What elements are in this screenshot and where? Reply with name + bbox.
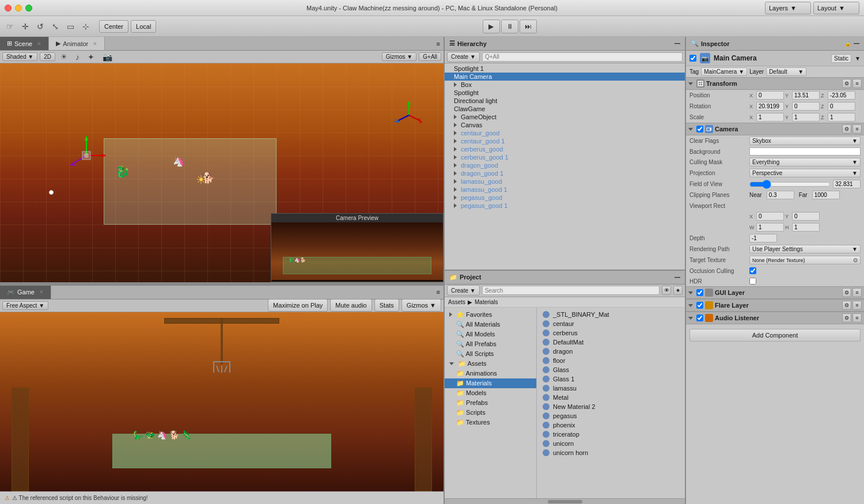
hierarchy-item-cerberus-good-1[interactable]: cerberus_good 1 xyxy=(445,153,685,161)
scale-z-input[interactable] xyxy=(828,113,855,122)
center-button[interactable]: Center xyxy=(99,20,128,33)
project-scrollbar[interactable] xyxy=(445,498,685,504)
rotation-z-input[interactable] xyxy=(828,102,855,111)
asset-item-metal[interactable]: Metal xyxy=(539,393,683,402)
asset-item-unicornhorn[interactable]: unicorn horn xyxy=(539,448,683,457)
scene-viewport[interactable]: Y X Z 🐉 🦄 🐕 xyxy=(0,63,444,282)
rotation-y-input[interactable] xyxy=(792,102,820,111)
project-tree-scripts[interactable]: 📁 Scripts xyxy=(445,408,536,418)
fov-slider[interactable] xyxy=(749,181,831,187)
hierarchy-create-button[interactable]: Create ▼ xyxy=(447,52,480,62)
flarelayer-settings-btn[interactable]: ⚙ xyxy=(842,301,851,310)
project-search-input[interactable] xyxy=(482,286,660,295)
project-tree-allmodels[interactable]: 🔍 All Models xyxy=(445,329,536,339)
targettexture-dropdown[interactable]: None (Render Texture) ⊙ xyxy=(749,256,861,264)
camera-component-header[interactable]: Camera ⚙ ≡ xyxy=(686,123,864,135)
background-color-picker[interactable] xyxy=(749,147,861,156)
near-clip-input[interactable] xyxy=(767,191,794,199)
guilayer-enabled-checkbox[interactable] xyxy=(696,289,703,296)
shaded-dropdown[interactable]: Shaded ▼ xyxy=(2,52,37,61)
close-button[interactable] xyxy=(5,5,12,12)
hierarchy-item-lamassu-good-1[interactable]: lamassu_good 1 xyxy=(445,185,685,194)
camera-settings-btn[interactable]: ⚙ xyxy=(842,124,851,134)
project-collapse-btn[interactable]: — xyxy=(674,274,680,281)
hierarchy-collapse-btn[interactable]: — xyxy=(674,40,680,47)
gizmos-button[interactable]: Gizmos ▼ xyxy=(382,52,417,61)
scene-light-button[interactable]: ☀ xyxy=(58,50,70,65)
viewport-w-input[interactable] xyxy=(756,223,784,232)
depth-input[interactable] xyxy=(749,234,777,242)
position-y-input[interactable] xyxy=(792,91,820,100)
asset-item-dragon[interactable]: dragon xyxy=(539,347,683,356)
game-tab-menu[interactable]: ≡ xyxy=(433,286,444,299)
transform-tool-button[interactable]: ⊹ xyxy=(79,19,92,34)
hierarchy-item-maincamera[interactable]: Main Camera xyxy=(445,73,685,81)
pause-button[interactable]: ⏸ xyxy=(501,20,518,33)
scale-y-input[interactable] xyxy=(792,113,820,122)
project-create-button[interactable]: Create ▼ xyxy=(447,285,480,295)
flarelayer-more-btn[interactable]: ≡ xyxy=(852,301,862,310)
project-tree-animations[interactable]: 📁 Animations xyxy=(445,369,536,378)
hierarchy-item-spotlight[interactable]: Spotlight xyxy=(445,89,685,97)
project-tree-materials[interactable]: 📁 Materials xyxy=(445,378,536,388)
guilayer-component-header[interactable]: GUI Layer ⚙ ≡ xyxy=(686,286,864,299)
transform-component-header[interactable]: Transform ⚙ ≡ xyxy=(686,77,864,90)
occlusion-checkbox[interactable] xyxy=(749,267,756,274)
viewport-x-input[interactable] xyxy=(756,212,784,221)
scale-tool-button[interactable]: ⤡ xyxy=(49,19,62,34)
scene-audio-button[interactable]: ♪ xyxy=(73,50,82,65)
2d-button[interactable]: 2D xyxy=(40,52,55,61)
projection-dropdown[interactable]: Perspective ▼ xyxy=(749,169,861,177)
audiolistener-component-header[interactable]: Audio Listener ⚙ ≡ xyxy=(686,312,864,324)
scene-fx-button[interactable]: ✦ xyxy=(85,50,97,65)
inspector-collapse-btn[interactable]: — xyxy=(854,40,859,47)
minimize-button[interactable] xyxy=(15,5,22,12)
hierarchy-item-pegasus-good-1[interactable]: pegasus_good 1 xyxy=(445,202,685,210)
project-scroll-thumb[interactable] xyxy=(548,500,582,503)
audiolistener-more-btn[interactable]: ≡ xyxy=(852,313,862,323)
guilayer-more-btn[interactable]: ≡ xyxy=(852,288,862,297)
asset-item-stl[interactable]: _STL_BINARY_Mat xyxy=(539,310,683,319)
far-clip-input[interactable] xyxy=(812,191,840,199)
viewport-y-input[interactable] xyxy=(792,212,820,221)
step-button[interactable]: ⏭ xyxy=(520,20,537,33)
transform-more-btn[interactable]: ≡ xyxy=(852,79,862,88)
play-button[interactable]: ▶ xyxy=(483,20,500,33)
hierarchy-item-lamassu-good[interactable]: lamassu_good xyxy=(445,177,685,185)
hierarchy-item-canvas[interactable]: Canvas xyxy=(445,121,685,129)
game-tab[interactable]: 🎮 Game ✕ xyxy=(0,286,51,299)
scene-camera-button[interactable]: 📷 xyxy=(100,50,115,65)
rotation-x-input[interactable] xyxy=(756,102,784,111)
game-viewport[interactable]: 🦕 🐲 🦄 🐕 🦎 xyxy=(0,312,444,492)
flarelayer-enabled-checkbox[interactable] xyxy=(696,302,703,309)
asset-item-centaur[interactable]: centaur xyxy=(539,319,683,328)
aspect-dropdown[interactable]: Free Aspect ▼ xyxy=(2,301,48,310)
add-component-button[interactable]: Add Component xyxy=(689,329,861,342)
scene-tab[interactable]: ⊞ Scene ✕ xyxy=(0,37,49,50)
static-dropdown-btn[interactable]: ▼ xyxy=(855,55,861,62)
audiolistener-enabled-checkbox[interactable] xyxy=(696,314,703,321)
maximize-on-play-button[interactable]: Maximize on Play xyxy=(268,299,328,312)
game-gizmos-button[interactable]: Gizmos ▼ xyxy=(401,299,441,312)
local-button[interactable]: Local xyxy=(131,20,156,33)
project-tree-assets[interactable]: 📁 Assets xyxy=(445,359,536,369)
hdr-checkbox[interactable] xyxy=(749,278,756,285)
rotate-tool-button[interactable]: ↺ xyxy=(34,19,47,34)
asset-item-glass[interactable]: Glass xyxy=(539,365,683,374)
hierarchy-item-dragon-good[interactable]: dragon_good xyxy=(445,161,685,169)
flarelayer-component-header[interactable]: Flare Layer ⚙ ≡ xyxy=(686,299,864,312)
animator-tab[interactable]: ▶ Animator ✕ xyxy=(49,37,105,50)
scene-tab-menu[interactable]: ≡ xyxy=(433,37,444,50)
hierarchy-item-dragon-good-1[interactable]: dragon_good 1 xyxy=(445,169,685,177)
hierarchy-item-directionallight[interactable]: Directional light xyxy=(445,97,685,105)
audiolistener-settings-btn[interactable]: ⚙ xyxy=(842,313,851,323)
all-button[interactable]: G+All xyxy=(419,52,441,61)
project-tree-allprefabs[interactable]: 🔍 All Prefabs xyxy=(445,339,536,349)
asset-item-cerberus[interactable]: cerberus xyxy=(539,328,683,338)
position-x-input[interactable] xyxy=(756,91,784,100)
asset-item-pegasus[interactable]: pegasus xyxy=(539,411,683,420)
asset-item-floor[interactable]: floor xyxy=(539,356,683,365)
camera-enabled-checkbox[interactable] xyxy=(696,126,703,132)
project-tree-prefabs[interactable]: 📁 Prefabs xyxy=(445,398,536,408)
position-z-input[interactable] xyxy=(828,91,855,100)
